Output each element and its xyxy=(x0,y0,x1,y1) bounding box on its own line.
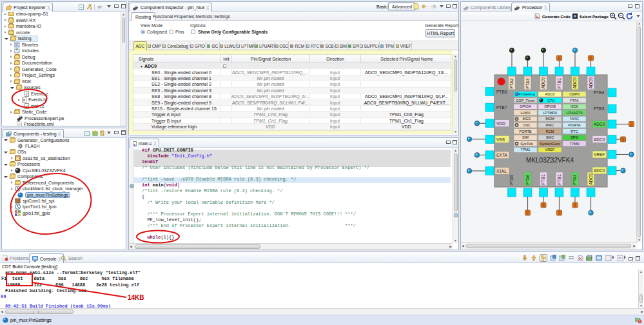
svg-text:PTA6: PTA6 xyxy=(525,174,530,184)
svg-text:LPUART0: LPUART0 xyxy=(566,111,582,115)
svg-text:VDD: VDD xyxy=(496,121,505,126)
svg-text:TPM1: TPM1 xyxy=(521,148,531,152)
svg-text:OSC: OSC xyxy=(523,123,531,127)
svg-text:VSS: VSS xyxy=(496,137,505,142)
svg-text:LLWU: LLWU xyxy=(520,111,530,115)
svg-text:CPU: CPU xyxy=(547,99,555,103)
svg-text:RCM: RCM xyxy=(546,130,554,133)
svg-text:SIM: SIM xyxy=(522,135,529,139)
svg-text:SMC: SMC xyxy=(546,135,554,139)
svg-text:SPI0: SPI0 xyxy=(571,135,578,139)
svg-text:PinSetting: PinSetting xyxy=(518,92,535,96)
svg-text:PMC: PMC xyxy=(546,123,554,127)
svg-text:LPTMR0: LPTMR0 xyxy=(543,111,557,115)
svg-text:CMP0: CMP0 xyxy=(569,92,580,96)
svg-text:MKL03Z32VFK4: MKL03Z32VFK4 xyxy=(526,157,574,164)
svg-text:PTA5: PTA5 xyxy=(509,174,514,184)
svg-text:PTB1: PTB1 xyxy=(557,174,561,185)
svg-text:PTA3: PTA3 xyxy=(525,78,530,88)
svg-text:EXTA: EXTA xyxy=(496,153,507,157)
svg-text:PORTB: PORTB xyxy=(519,130,531,133)
svg-text:ADC0: ADC0 xyxy=(594,168,605,173)
svg-text:PTB6: PTB6 xyxy=(496,90,507,94)
svg-text:SystemCont: SystemCont xyxy=(540,142,560,146)
svg-text:FTFA: FTFA xyxy=(570,99,579,103)
svg-text:PTB4: PTB4 xyxy=(594,90,605,95)
svg-text:PTB1: PTB1 xyxy=(557,78,561,89)
svg-text:VREF: VREF xyxy=(545,148,556,152)
svg-text:ADC0: ADC0 xyxy=(589,173,593,185)
svg-text:NVIC: NVIC xyxy=(570,117,578,121)
svg-text:SysTick: SysTick xyxy=(520,142,533,146)
svg-text:PORTA: PORTA xyxy=(569,123,581,127)
svg-text:!: ! xyxy=(639,320,640,323)
svg-text:PTB7: PTB7 xyxy=(496,105,507,110)
svg-text:ADC0: ADC0 xyxy=(594,137,605,142)
svg-text:I2C0: I2C0 xyxy=(571,104,578,108)
svg-text:RTC: RTC xyxy=(571,130,578,133)
svg-text:GPIOB: GPIOB xyxy=(544,104,556,108)
svg-text:ADC0: ADC0 xyxy=(589,77,593,89)
svg-text:ADC0: ADC0 xyxy=(541,77,545,89)
svg-text:PTA3: PTA3 xyxy=(572,174,577,184)
svg-text:VREF: VREF xyxy=(594,152,605,157)
svg-text:TPM0: TPM0 xyxy=(570,142,580,146)
svg-text:XTAL: XTAL xyxy=(496,169,507,173)
svg-text:MCM: MCM xyxy=(545,117,554,121)
svg-text:COP_Timer: COP_Timer xyxy=(516,99,534,103)
svg-text:ADC0: ADC0 xyxy=(594,122,605,126)
svg-text:PTB3: PTB3 xyxy=(594,106,605,111)
svg-text:PTB1: PTB1 xyxy=(541,174,545,185)
svg-text:MCG: MCG xyxy=(522,117,531,121)
svg-text:GPIOA: GPIOA xyxy=(520,104,531,108)
svg-text:ADC0: ADC0 xyxy=(545,92,555,96)
svg-text:PTA2: PTA2 xyxy=(509,78,514,88)
svg-text:ADC0: ADC0 xyxy=(572,77,577,89)
